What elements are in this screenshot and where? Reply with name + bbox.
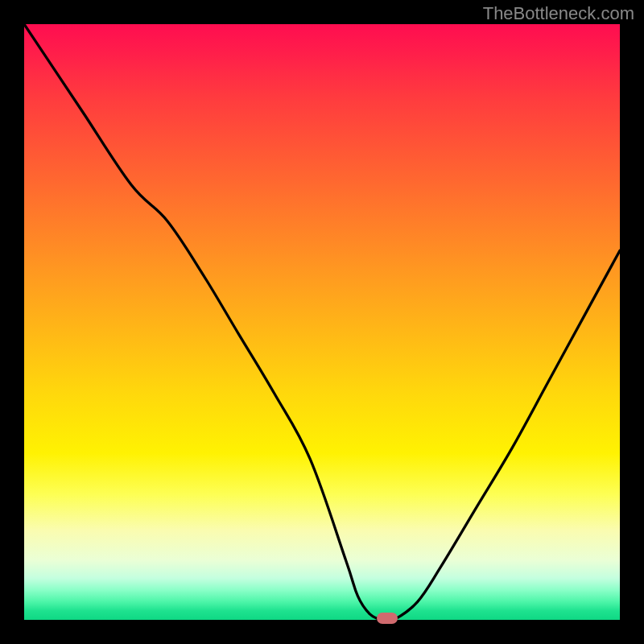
watermark-text: TheBottleneck.com <box>483 3 634 24</box>
minimum-marker <box>377 613 398 624</box>
chart-plot-area <box>24 24 620 620</box>
bottleneck-curve <box>24 24 620 620</box>
